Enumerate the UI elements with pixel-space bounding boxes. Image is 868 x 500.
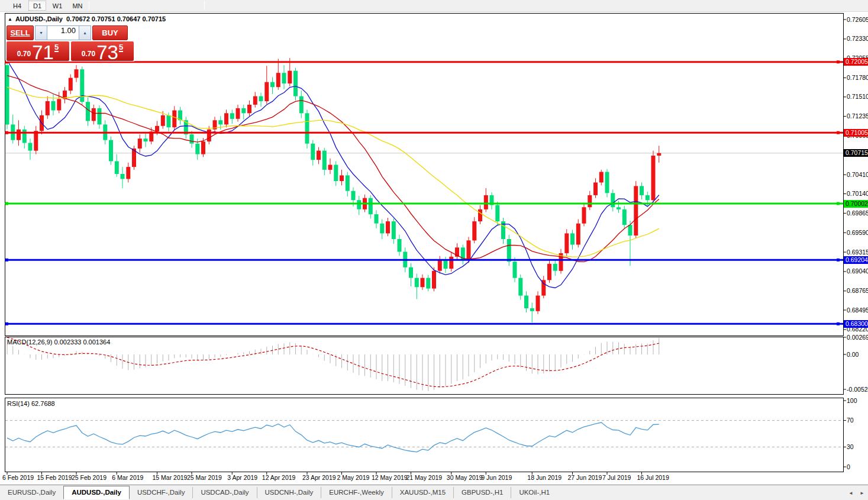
price-axis-label: 0.69315 (847, 249, 868, 256)
date-axis-label: 6 Feb 2019 (2, 474, 34, 481)
price-level-badge: 0.71005 (844, 129, 868, 137)
rsi-indicator-label: RSI(14) 62.7688 (7, 400, 55, 407)
rsi-pane[interactable] (5, 398, 844, 472)
tab-scroll-right-button[interactable]: ► (857, 489, 867, 498)
rsi-axis-label: 100 (847, 397, 857, 404)
date-axis-label: 27 Jun 2019 (568, 474, 602, 481)
chart-tabbar: ◄ ► EURUSD-,DailyAUDUSD-,DailyUSDCHF-,Da… (0, 485, 868, 500)
symbol-title: AUDUSD-,Daily (15, 15, 63, 22)
chart-tab-eurchf-weekly[interactable]: EURCHF-,Weekly (321, 487, 391, 498)
collapse-arrow-icon[interactable]: ▲ (8, 17, 12, 22)
chart-tab-eurusd-daily[interactable]: EURUSD-,Daily (0, 487, 63, 498)
date-axis-label: 12 May 2019 (372, 474, 408, 481)
price-axis-label: 0.70410 (847, 171, 868, 178)
one-click-trading-panel: SELL ▼ 1.00 ▲ BUY 0.70 71 5 0.70 73 5 (6, 25, 134, 62)
date-axis-label: 9 Jun 2019 (481, 474, 512, 481)
date-axis-label: 12 Apr 2019 (262, 474, 296, 481)
price-axis-label: 0.72330 (847, 35, 868, 42)
buy-price-prefix: 0.70 (82, 50, 95, 58)
volume-decrease-button[interactable]: ▼ (35, 25, 47, 40)
price-axis-label: 0.71510 (847, 93, 868, 100)
macd-axis-label: 0.00 (847, 351, 859, 358)
buy-price-pip: 5 (119, 44, 123, 52)
sell-price-prefix: 0.70 (17, 50, 31, 58)
sell-button[interactable]: SELL (7, 25, 34, 40)
date-axis-label: 15 Feb 2019 (37, 474, 72, 481)
arrow-right-icon: ► (860, 491, 864, 496)
chart-tab-usdchf-daily[interactable]: USDCHF-,Daily (130, 487, 193, 498)
symbol-header: ▲AUDUSD-,Daily0.70672 0.70751 0.70647 0.… (8, 15, 166, 22)
chevron-up-icon: ▲ (83, 31, 87, 35)
timeframe-toolbar: H4D1W1MN (0, 0, 868, 12)
price-axis-label: 0.69865 (847, 209, 868, 217)
buy-price-big: 73 (96, 44, 118, 61)
price-axis-label: 0.68495 (847, 307, 868, 314)
sell-price-pip: 5 (54, 44, 59, 52)
date-axis-label: 6 Mar 2019 (112, 474, 143, 481)
price-level-badge: 0.72005 (844, 58, 868, 66)
chart-tab-audusd-daily[interactable]: AUDUSD-,Daily (63, 486, 130, 499)
timeframe-button-h4[interactable]: H4 (8, 1, 26, 11)
price-axis-label: 0.69590 (847, 229, 868, 236)
price-level-badge: 0.70002 (844, 200, 868, 208)
macd-indicator-label: MACD(12,26,9) 0.002333 0.001364 (7, 338, 110, 346)
volume-input[interactable]: 1.00 (47, 25, 79, 40)
chart-tab-usdcnh-daily[interactable]: USDCNH-,Daily (257, 487, 321, 498)
date-axis-label: 16 Jul 2019 (637, 474, 669, 481)
rsi-axis-label: 30 (847, 443, 854, 450)
chevron-down-icon: ▼ (39, 31, 43, 35)
price-axis-label: 0.68765 (847, 287, 868, 294)
price-axis-label: 0.72605 (847, 16, 868, 23)
date-axis-label: 23 Apr 2019 (302, 474, 336, 481)
buy-button[interactable]: BUY (92, 25, 128, 40)
timeframe-button-d1[interactable]: D1 (28, 1, 46, 11)
timeframe-button-w1[interactable]: W1 (49, 1, 66, 11)
macd-pane[interactable] (5, 337, 844, 395)
date-axis-label: 25 Feb 2019 (72, 474, 107, 481)
price-axis-label: 0.69040 (847, 267, 868, 275)
sell-price-box[interactable]: 0.70 71 5 (7, 41, 69, 61)
date-axis-label: 30 May 2019 (447, 474, 483, 481)
price-axis-label: 0.70140 (847, 190, 868, 197)
arrow-left-icon: ◄ (848, 491, 853, 496)
volume-increase-button[interactable]: ▲ (79, 25, 91, 40)
toolbar-separator (89, 1, 89, 10)
price-axis-label: 0.71780 (847, 74, 868, 81)
macd-axis-label: 0.002694 (847, 334, 868, 341)
rsi-axis-label: 70 (847, 417, 854, 424)
date-axis-label: 25 Mar 2019 (187, 474, 222, 481)
tab-scroll-left-button[interactable]: ◄ (846, 489, 856, 498)
buy-price-box[interactable]: 0.70 73 5 (71, 41, 134, 61)
sell-price-big: 71 (32, 44, 54, 61)
rsi-axis-label: 0 (847, 463, 850, 470)
chart-tab-gbpusd-h1[interactable]: GBPUSD-,H1 (453, 487, 511, 498)
ohlc-values: 0.70672 0.70751 0.70647 0.70715 (66, 15, 166, 22)
date-axis-label: 15 Mar 2019 (153, 474, 188, 481)
price-level-badge: 0.69204 (844, 256, 868, 264)
chart-tab-ukoil-h1[interactable]: UKOil-,H1 (511, 487, 557, 498)
date-axis-label: 7 Jul 2019 (602, 474, 631, 481)
macd-axis-label: -0.005242 (847, 386, 868, 393)
date-axis-label: 21 May 2019 (406, 474, 443, 481)
price-axis-label: 0.71235 (847, 112, 868, 120)
price-level-badge: 0.68300 (844, 320, 868, 328)
price-level-badge: 0.70715 (844, 149, 868, 157)
toolbar-separator (204, 1, 205, 10)
date-axis-label: 2 May 2019 (337, 474, 370, 481)
timeframe-button-mn[interactable]: MN (69, 1, 86, 11)
chart-tab-usdcad-daily[interactable]: USDCAD-,Daily (192, 487, 256, 498)
date-axis-label: 18 Jun 2019 (527, 474, 562, 481)
date-axis-label: 3 Apr 2019 (227, 474, 257, 481)
chart-tab-xauusd-m15[interactable]: XAUUSD-,M15 (392, 487, 453, 498)
